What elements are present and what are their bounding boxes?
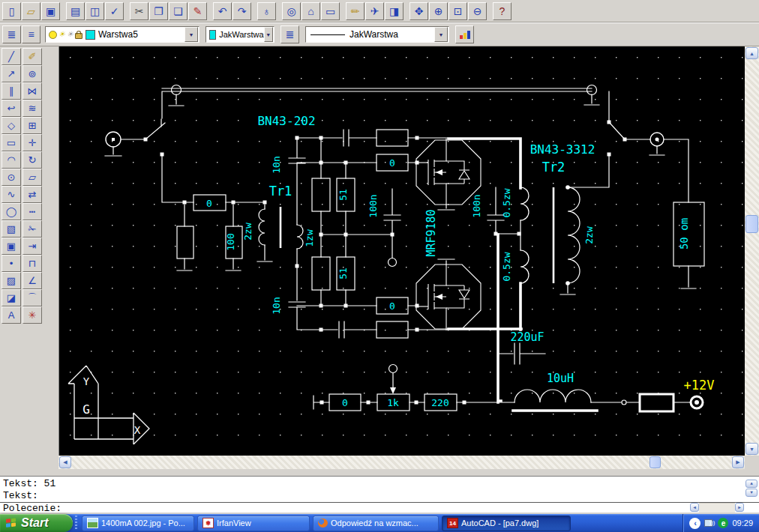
taskbar-task-4[interactable]: 14AutoCAD - [pa7.dwg] [442,516,571,531]
scroll-down-button[interactable]: ▼ [746,443,758,455]
hatch-button[interactable]: ▨ [2,272,21,289]
label-tr1-pri: 2zw [242,223,254,241]
measure-button[interactable]: ▭ [321,2,340,20]
color-palette-button[interactable] [455,25,474,43]
layer-on-icon[interactable] [49,31,57,39]
taskbar-task-3[interactable]: Odpowiedź na wzmac... [313,516,439,531]
erase-button[interactable]: ✐ [22,48,42,65]
help-button[interactable]: ? [493,2,512,20]
save-icon: ▣ [46,6,56,16]
trim-button[interactable]: ✁ [22,220,42,238]
arc-button[interactable]: ◠ [2,151,21,169]
spline-button[interactable]: ∿ [2,186,21,203]
polyline-button[interactable]: ↩ [2,100,21,117]
copy-object-button[interactable]: ⊚ [22,65,42,82]
arc-icon: ◠ [7,154,15,166]
command-scroll-up-button[interactable]: ▲ [746,480,758,488]
open-button[interactable]: ▱ [22,2,40,20]
circle-button[interactable]: ⊙ [2,169,21,186]
vertical-scrollbar[interactable]: ▲ ▼ [745,46,759,456]
layer-stack-button[interactable]: ≡ [22,25,40,43]
insert-block-button[interactable]: ▧ [2,220,21,238]
new-button[interactable]: ▯ [2,2,21,20]
rotate-button[interactable]: ↻ [22,151,42,169]
break-button[interactable]: ⊓ [22,255,42,272]
horizontal-scrollbar[interactable]: ◀ ▶ [58,456,745,469]
scale-button[interactable]: ▱ [22,169,42,186]
rectangle-button[interactable]: ▭ [2,134,21,151]
explode-button[interactable]: ✳ [22,306,42,324]
layer-combobox[interactable]: ☀ ☀ Warstwa5 ▼ [45,26,200,43]
copy-button[interactable]: ❐ [149,2,168,20]
polygon-button[interactable]: ◇ [2,117,21,134]
command-scroll-right-button[interactable]: ▶ [735,503,744,512]
fillet-button[interactable]: ⌒ [22,289,42,306]
undo-button[interactable]: ↶ [213,2,232,20]
color-combobox[interactable]: JakWarstwa ▼ [206,26,274,43]
tray-collapse-icon[interactable]: ‹ [689,518,700,529]
linetype-dropdown-arrow[interactable]: ▼ [434,27,448,42]
start-button[interactable]: Start [0,514,73,532]
chamfer-button[interactable]: ∠ [22,272,42,289]
ellipse-button[interactable]: ◯ [2,203,21,220]
construction-line-button[interactable]: ↗ [2,65,21,82]
insert-block-button[interactable]: ⌂ [302,2,320,20]
spell-check-button[interactable]: ✓ [105,2,124,20]
scroll-right-button[interactable]: ▶ [732,456,744,468]
lengthen-button[interactable]: ┅ [22,203,42,220]
vertical-scroll-thumb[interactable] [746,215,758,233]
move-button[interactable]: ✛ [22,134,42,151]
launch-browser-button[interactable]: ♁ [257,2,276,20]
make-block-button[interactable]: ▣ [2,238,21,255]
volume-display-icon[interactable]: ))) [704,519,714,528]
antivirus-tray-icon[interactable]: e [718,518,728,528]
redraw-button[interactable]: ✏ [346,2,364,20]
color-dropdown-arrow[interactable]: ▼ [264,27,273,42]
zoom-realtime-button[interactable]: ⊕ [429,2,448,20]
scroll-up-button[interactable]: ▲ [746,47,758,59]
named-views-button[interactable]: ◨ [385,2,404,20]
layer-thaw-icon[interactable]: ☀ [58,31,65,38]
command-window[interactable]: Tekst: 51 Tekst: Polecenie: ▲ ▼ ◀ ▶ [0,476,759,513]
extend-button[interactable]: ⇥ [22,238,42,255]
command-vscroll[interactable]: ▲ ▼ [746,480,758,498]
command-scroll-down-button[interactable]: ▼ [746,489,758,497]
command-hscroll[interactable]: ◀ ▶ [690,503,744,512]
cut-button[interactable]: ✂ [130,2,148,20]
zoom-previous-button[interactable]: ⊖ [468,2,487,20]
line-button[interactable]: ╱ [2,48,21,65]
print-button[interactable]: ▤ [66,2,85,20]
pan-button[interactable]: ✥ [410,2,428,20]
layer-lock-icon[interactable] [75,33,82,39]
layer-freeze-vp-icon[interactable]: ☀ [67,31,74,38]
mirror-button[interactable]: ⋈ [22,82,42,100]
scroll-left-button[interactable]: ◀ [59,456,71,468]
command-hscroll-track[interactable] [699,503,735,513]
offset-button[interactable]: ≋ [22,100,42,117]
zoom-window-button[interactable]: ⊡ [448,2,467,20]
linetype-button[interactable]: ≣ [280,25,299,43]
layers-button[interactable]: ≣ [2,25,21,43]
point-button[interactable]: • [2,255,21,272]
array-button[interactable]: ⊞ [22,117,42,134]
region-button[interactable]: ◪ [2,289,21,306]
layer-dropdown-arrow[interactable]: ▼ [184,27,198,42]
multiline-button[interactable]: ∥ [2,82,21,100]
save-button[interactable]: ▣ [41,2,60,20]
taskbar-task-2[interactable]: ✱IrfanView [197,516,310,531]
zoom-previous-icon: ⊖ [473,6,482,16]
linetype-combobox[interactable]: JakWarstwa ▼ [305,26,449,43]
redo-button[interactable]: ↷ [232,2,251,20]
print-preview-button[interactable]: ◫ [86,2,104,20]
stretch-button[interactable]: ⇄ [22,186,42,203]
text-button[interactable]: A [2,306,21,324]
paste-button[interactable]: ❏ [169,2,188,20]
command-scroll-left-button[interactable]: ◀ [690,503,699,512]
aerial-view-button[interactable]: ✈ [365,2,384,20]
drawing-canvas[interactable]: BN43-202 Tr1 10n 10n 0 100 2zw 1zw 51 51… [58,46,745,456]
taskbar-task-1[interactable]: 1400mA 002.jpg - Po... [82,516,194,531]
horizontal-scroll-thumb[interactable] [650,456,661,468]
object-snap-button[interactable]: ◎ [282,2,301,20]
match-properties-button[interactable]: ✎ [188,2,207,20]
label-tr2-sec: 2zw [584,226,595,244]
